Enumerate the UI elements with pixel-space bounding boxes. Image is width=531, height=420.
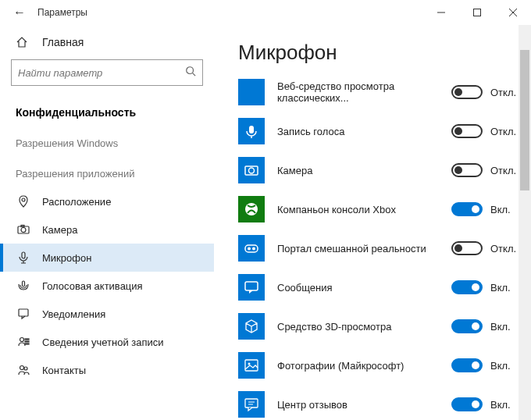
svg-point-6	[22, 198, 25, 201]
app-row: Фотографии (Майкрософт)Вкл.	[238, 352, 519, 379]
toggle-switch[interactable]	[451, 124, 483, 138]
nav-home[interactable]: Главная	[0, 28, 214, 56]
svg-rect-26	[245, 282, 258, 290]
toggle-state-label: Вкл.	[490, 282, 519, 294]
voice-icon	[16, 279, 31, 292]
nav-item-label: Камера	[42, 224, 77, 236]
svg-rect-23	[245, 245, 258, 252]
nav-item-contacts[interactable]: Контакты	[0, 356, 214, 384]
toggle-switch[interactable]	[451, 319, 483, 333]
app-row: Компаньон консоли XboxВкл.	[238, 196, 519, 222]
svg-rect-10	[22, 252, 25, 258]
app-row: Запись голосаОткл.	[238, 118, 519, 144]
app-name: Средство 3D-просмотра	[277, 321, 451, 333]
sidebar-section-privacy[interactable]: Конфиденциальность	[0, 98, 214, 126]
nav-item-microphone[interactable]: Микрофон	[0, 244, 214, 272]
close-button[interactable]	[495, 0, 531, 25]
app-row: Веб-средство просмотра классических...От…	[238, 79, 519, 105]
svg-rect-15	[25, 341, 29, 342]
toggle-switch[interactable]	[451, 163, 483, 177]
nav-item-camera[interactable]: Камера	[0, 215, 214, 244]
svg-point-8	[21, 228, 26, 233]
app-icon-recorder	[238, 118, 265, 144]
app-icon-messages	[238, 274, 265, 301]
svg-rect-16	[25, 343, 29, 344]
app-icon-blank	[238, 79, 265, 105]
content-pane: Микрофон Веб-средство просмотра классиче…	[215, 25, 531, 420]
toggle-state-label: Откл.	[490, 243, 519, 254]
scrollbar[interactable]	[519, 25, 531, 420]
home-icon	[16, 36, 31, 48]
maximize-button[interactable]	[459, 0, 495, 25]
svg-point-25	[252, 247, 255, 251]
nav-item-label: Уведомления	[42, 308, 105, 320]
svg-point-21	[249, 168, 255, 173]
app-icon-photos	[238, 352, 265, 379]
search-input[interactable]	[18, 67, 185, 79]
window-title: Параметры	[37, 7, 87, 18]
app-row: Портал смешанной реальностиОткл.	[238, 235, 519, 262]
app-name: Портал смешанной реальности	[277, 243, 451, 254]
toggle-state-label: Откл.	[490, 87, 519, 98]
app-icon-xbox	[238, 196, 265, 222]
app-icon-3d	[238, 313, 265, 340]
nav-item-notification[interactable]: Уведомления	[0, 300, 214, 328]
window-controls	[423, 0, 531, 25]
back-button[interactable]: ←	[8, 5, 31, 20]
app-name: Центр отзывов	[277, 399, 451, 411]
app-icon-mr	[238, 235, 265, 262]
svg-rect-1	[474, 9, 481, 16]
svg-rect-11	[23, 281, 25, 287]
svg-point-13	[20, 338, 24, 342]
minimize-button[interactable]	[423, 0, 459, 25]
nav-item-label: Сведения учетной записи	[42, 336, 164, 348]
app-name: Фотографии (Майкрософт)	[277, 360, 451, 372]
toggle-state-label: Откл.	[490, 165, 519, 176]
scrollbar-thumb[interactable]	[520, 50, 529, 190]
nav-item-label: Расположение	[42, 196, 111, 208]
toggle-switch[interactable]	[451, 280, 483, 294]
notification-icon	[16, 308, 31, 320]
app-name: Сообщения	[277, 282, 451, 294]
app-name: Веб-средство просмотра классических...	[277, 80, 451, 104]
nav-item-voice[interactable]: Голосовая активация	[0, 272, 214, 300]
microphone-icon	[16, 251, 31, 264]
search-box[interactable]	[11, 59, 203, 86]
toggle-switch[interactable]	[451, 85, 483, 99]
svg-point-17	[20, 366, 24, 370]
nav-item-label: Голосовая активация	[42, 280, 143, 292]
svg-rect-29	[245, 399, 258, 408]
toggle-switch[interactable]	[451, 202, 483, 216]
sidebar-group-windows-perms: Разрешения Windows	[0, 126, 214, 157]
page-heading: Микрофон	[238, 41, 519, 65]
search-icon	[185, 66, 196, 80]
nav-item-label: Микрофон	[42, 252, 91, 264]
app-row: КамераОткл.	[238, 157, 519, 183]
account-icon	[16, 336, 31, 348]
toggle-state-label: Вкл.	[490, 360, 519, 372]
nav-item-location[interactable]: Расположение	[0, 187, 214, 215]
app-row: СообщенияВкл.	[238, 274, 519, 301]
toggle-switch[interactable]	[451, 358, 483, 372]
app-name: Камера	[277, 165, 451, 176]
toggle-state-label: Вкл.	[490, 321, 519, 333]
location-icon	[16, 195, 31, 208]
toggle-state-label: Откл.	[490, 126, 519, 137]
app-row: Центр отзывовВкл.	[238, 391, 519, 418]
svg-line-5	[193, 73, 196, 77]
svg-point-24	[248, 247, 251, 251]
sidebar-group-app-perms: Разрешения приложений	[0, 157, 214, 187]
camera-icon	[16, 223, 31, 236]
svg-point-22	[245, 203, 258, 215]
nav-home-label: Главная	[42, 36, 84, 48]
toggle-state-label: Вкл.	[490, 204, 519, 215]
app-icon-feedback	[238, 391, 265, 418]
nav-item-account[interactable]: Сведения учетной записи	[0, 328, 214, 356]
toggle-switch[interactable]	[451, 397, 483, 411]
app-icon-camera	[238, 157, 265, 183]
toggle-switch[interactable]	[451, 241, 483, 255]
sidebar: Главная Конфиденциальность Разрешения Wi…	[0, 25, 215, 420]
contacts-icon	[16, 364, 31, 376]
svg-point-18	[24, 367, 27, 370]
svg-rect-19	[249, 126, 254, 133]
